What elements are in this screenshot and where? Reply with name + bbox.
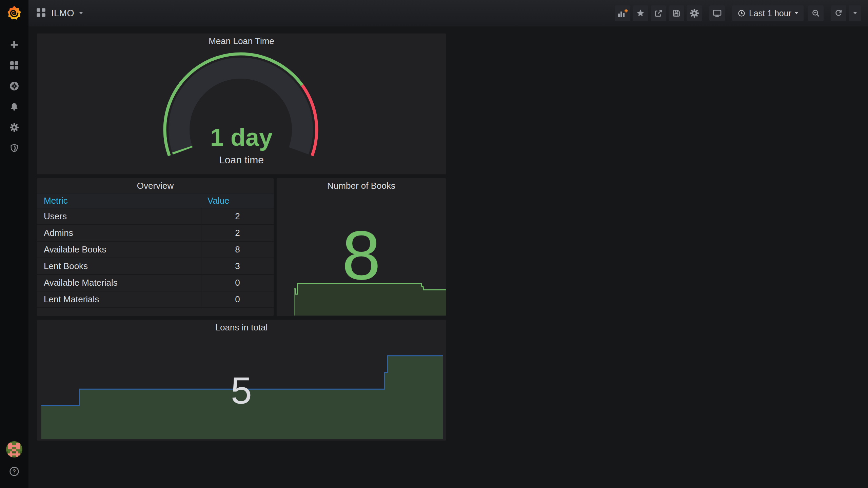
apps-grid-icon — [9, 61, 19, 70]
panel-overview: Overview Metric Value Users2Admins2Avail… — [37, 178, 274, 316]
value-cell: 2 — [201, 208, 274, 224]
top-navbar: ILMO — [28, 0, 868, 26]
compass-icon — [9, 81, 19, 91]
question-mark-icon: ? — [9, 466, 19, 476]
sidebar-item-server-admin[interactable] — [6, 140, 22, 156]
zoom-out-button[interactable] — [808, 5, 824, 21]
table-row: Lent Books3 — [37, 258, 274, 275]
share-icon — [654, 9, 663, 18]
metric-cell: Lent Materials — [37, 294, 201, 305]
share-button[interactable] — [651, 5, 666, 21]
metric-cell: Available Materials — [37, 278, 201, 288]
stat-value-loans: 5 — [37, 372, 446, 410]
save-button[interactable] — [669, 5, 684, 21]
dashboard-title: ILMO — [51, 8, 74, 19]
star-icon — [636, 9, 645, 18]
sidebar-item-create[interactable] — [6, 37, 22, 53]
plus-icon — [625, 9, 628, 13]
stat-value-books: 8 — [277, 220, 446, 290]
sidebar-item-configuration[interactable] — [6, 119, 22, 136]
value-cell: 8 — [201, 242, 274, 258]
column-header-value[interactable]: Value — [201, 196, 274, 206]
user-avatar[interactable] — [6, 441, 22, 458]
metric-cell: Users — [37, 211, 201, 222]
panel-mean-loan-time: Mean Loan Time 1 day Loan time — [37, 33, 446, 175]
panel-number-of-books: Number of Books 8 — [276, 178, 446, 316]
magnifier-minus-icon — [811, 9, 820, 18]
gauge-label: Loan time — [37, 155, 446, 165]
grafana-dashboard: ILMO — [0, 0, 868, 488]
table-header-row: Metric Value — [37, 193, 274, 208]
panel-title[interactable]: Loans in total — [37, 320, 446, 335]
gear-icon — [690, 8, 699, 18]
monitor-icon — [712, 8, 722, 18]
refresh-button[interactable] — [831, 5, 846, 21]
side-menu-bottom: ? — [6, 441, 22, 488]
star-button[interactable] — [633, 5, 648, 21]
time-range-label: Last 1 hour — [749, 8, 791, 18]
sidebar-item-explore[interactable] — [6, 78, 22, 94]
shield-icon — [9, 143, 19, 153]
caret-down-icon — [795, 12, 798, 14]
column-header-metric[interactable]: Metric — [37, 196, 201, 206]
value-cell: 2 — [201, 225, 274, 241]
sidebar-item-dashboards[interactable] — [6, 57, 22, 74]
gauge-value: 1 day — [37, 125, 446, 149]
side-menu-nav — [6, 37, 22, 156]
cycle-view-button[interactable] — [709, 5, 725, 21]
add-panel-button[interactable] — [615, 5, 630, 21]
panel-loans-in-total: 5 Loans in total — [37, 320, 446, 441]
table-row: Admins2 — [37, 225, 274, 242]
refresh-icon — [834, 9, 843, 18]
overview-table-body: Users2Admins2Available Books8Lent Books3… — [37, 208, 274, 308]
save-icon — [672, 9, 681, 18]
metric-cell: Lent Books — [37, 261, 201, 271]
dashboard-toolbar: Last 1 hour — [615, 5, 861, 21]
metric-cell: Available Books — [37, 244, 201, 255]
clock-icon — [737, 9, 746, 17]
panel-title[interactable]: Overview — [37, 178, 274, 193]
caret-down-icon — [79, 12, 83, 14]
table-row: Users2 — [37, 208, 274, 225]
side-menu: ? — [0, 0, 28, 488]
value-cell: 0 — [201, 291, 274, 307]
table-row: Available Books8 — [37, 242, 274, 258]
dashboard-title-button[interactable]: ILMO — [36, 7, 83, 19]
books-sparkline — [294, 283, 446, 316]
bell-icon — [9, 102, 19, 111]
refresh-interval-dropdown[interactable] — [849, 5, 861, 21]
svg-text:?: ? — [13, 468, 16, 474]
overview-table: Metric Value Users2Admins2Available Book… — [37, 193, 274, 316]
grafana-logo[interactable] — [6, 5, 22, 21]
value-cell: 0 — [201, 275, 274, 291]
time-range-picker[interactable]: Last 1 hour — [732, 5, 804, 21]
apps-grid-icon — [36, 7, 46, 19]
dashboard-settings-button[interactable] — [687, 5, 702, 21]
sidebar-item-alerting[interactable] — [6, 99, 22, 115]
help-button[interactable]: ? — [6, 463, 22, 480]
caret-down-icon — [853, 12, 857, 14]
gear-icon — [9, 123, 19, 132]
plus-icon — [10, 40, 19, 49]
loan-time-gauge — [37, 34, 446, 174]
metric-cell: Admins — [37, 228, 201, 238]
panel-title[interactable]: Number of Books — [277, 178, 446, 193]
value-cell: 3 — [201, 258, 274, 274]
table-row: Available Materials0 — [37, 275, 274, 291]
table-row: Lent Materials0 — [37, 291, 274, 308]
